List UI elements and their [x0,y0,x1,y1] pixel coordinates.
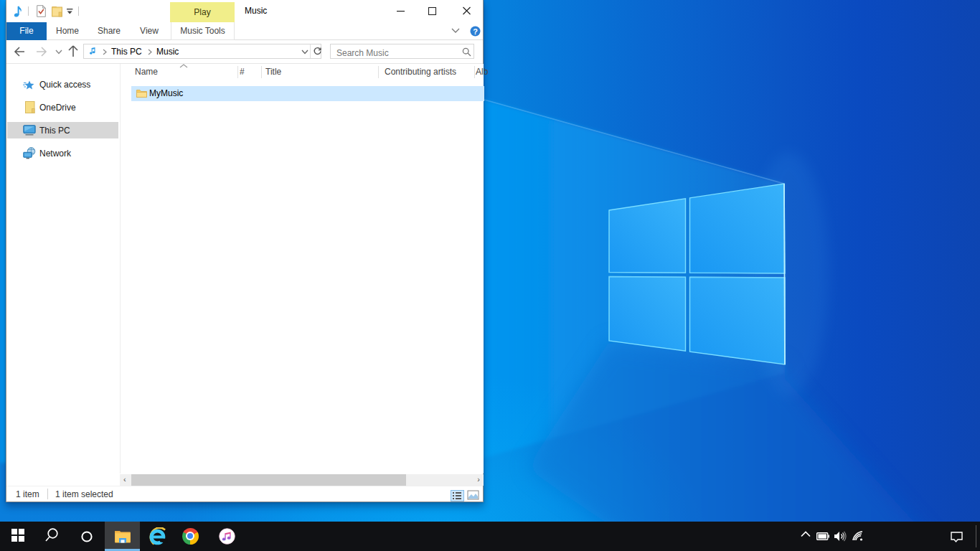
svg-text:?: ? [473,27,478,36]
